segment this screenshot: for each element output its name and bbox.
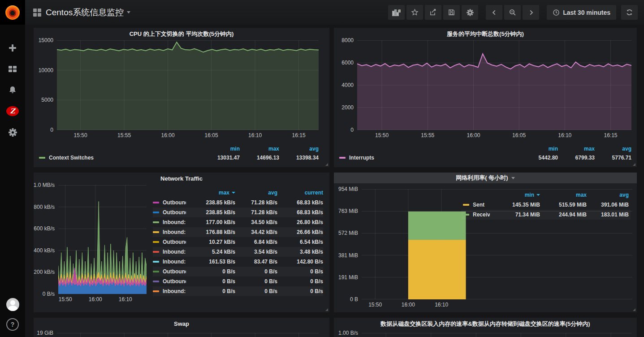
plot-area[interactable]: [58, 185, 147, 294]
refresh-button[interactable]: [621, 5, 638, 20]
series-value: 0 B/s: [186, 268, 235, 275]
series-name[interactable]: Inbound: eth3: [163, 249, 186, 255]
series-value: 177.00 kB/s: [186, 219, 235, 225]
x-tick-label: 16:15: [292, 132, 306, 138]
legend-sort-min[interactable]: min: [490, 192, 540, 198]
sidebar-alerting-button[interactable]: [0, 85, 25, 95]
y-tick-label: 1.00 B/s: [338, 330, 358, 336]
time-back-button[interactable]: [486, 5, 502, 20]
legend-row[interactable]: Inbound: eth35.24 kB/s3.54 kB/s3.48 kB/s: [153, 247, 323, 257]
sidebar-zabbix-button[interactable]: Z: [0, 106, 25, 117]
panel-title[interactable]: 数据从磁盘交换区装入内存的速率&数据从内存转储到磁盘交换区的速率(5分钟内): [334, 318, 637, 330]
gear-icon: [466, 9, 474, 17]
legend-row[interactable]: Inbound: eth0176.88 kB/s34.42 kB/s26.66 …: [153, 227, 323, 237]
legend-sort-max[interactable]: max: [540, 192, 587, 198]
legend-sort-min[interactable]: min: [521, 146, 558, 152]
star-button[interactable]: [406, 5, 423, 20]
series-name[interactable]: Inbound: eth1: [163, 259, 186, 265]
legend-sort-avg[interactable]: avg: [279, 146, 319, 152]
series-name[interactable]: Sent: [473, 202, 484, 208]
panel-title[interactable]: CPU 的上下文切换的 平均次数(5分钟内): [34, 28, 329, 40]
panel-title[interactable]: 网络利用率( 每小时): [334, 173, 637, 183]
legend-row[interactable]: Sent145.35 MiB515.59 MiB391.06 MiB: [461, 200, 631, 210]
plot-area[interactable]: minmaxavgSent145.35 MiB515.59 MiB391.06 …: [362, 189, 632, 299]
series-value: 238.85 kB/s: [186, 199, 235, 206]
grafana-logo[interactable]: [0, 0, 25, 25]
time-range-label: Last 30 minutes: [563, 9, 610, 16]
panel-title[interactable]: Network Traffic: [34, 173, 329, 185]
legend-sort-avg[interactable]: avg: [235, 190, 277, 196]
series-name[interactable]: Outbound: eth3: [163, 239, 186, 245]
plot-area[interactable]: [57, 40, 319, 130]
series-swatch-icon: [153, 261, 159, 263]
legend-row[interactable]: Received71.34 MiB244.94 MiB183.01 MiB: [461, 210, 631, 220]
legend-row[interactable]: Interrupts5442.806799.335776.71: [339, 153, 631, 162]
series-name[interactable]: Context Switches: [49, 155, 94, 161]
x-axis: 15:5015:5516:0016:0516:1016:15: [57, 130, 319, 141]
panel-settings-button[interactable]: [462, 5, 478, 20]
legend-row[interactable]: Inbound: eth1161.53 B/s83.47 B/s142.80 B…: [153, 257, 323, 267]
legend-row[interactable]: Outbound: eth10 B/s0 B/s0 B/s: [153, 277, 323, 286]
dashboard-picker-icon[interactable]: [33, 9, 41, 17]
series-name[interactable]: Inbound: eth0: [163, 229, 186, 235]
series-name[interactable]: Outbound: bond0: [163, 209, 186, 216]
panel-title[interactable]: Swap: [34, 318, 329, 330]
sidebar-add-button[interactable]: [0, 43, 25, 53]
add-panel-button[interactable]: [388, 5, 405, 20]
legend-sort-avg[interactable]: avg: [587, 192, 629, 198]
chevron-down-icon[interactable]: [127, 11, 130, 13]
series-value: 26.80 kB/s: [277, 219, 323, 225]
legend-sort-max[interactable]: max: [186, 190, 235, 196]
series-value: 26.66 kB/s: [277, 229, 323, 235]
y-tick-label: 381 MiB: [338, 252, 358, 259]
series-name[interactable]: Inbound: bond0: [163, 219, 186, 225]
x-tick-label: 15:50: [59, 296, 72, 302]
dashboard-title[interactable]: Centos系统信息监控: [46, 7, 124, 18]
series-name[interactable]: Outbound: eth1: [163, 278, 186, 285]
series-name[interactable]: Inbound: eth2: [163, 288, 186, 294]
y-tick-label: 6000: [341, 60, 354, 66]
user-avatar[interactable]: [6, 298, 19, 311]
series-value: 142.80 B/s: [277, 259, 323, 265]
zabbix-icon: Z: [6, 106, 19, 116]
legend-row[interactable]: Inbound: bond0177.00 kB/s34.50 kB/s26.80…: [153, 217, 323, 227]
x-tick-label: 16:10: [558, 132, 571, 138]
series-value: 71.28 kB/s: [235, 209, 277, 216]
sidebar-settings-button[interactable]: [0, 127, 25, 138]
zoom-out-button[interactable]: [504, 5, 521, 20]
series-swatch-icon: [153, 202, 159, 203]
y-tick-label: 0 B: [350, 296, 358, 302]
save-button[interactable]: [443, 5, 460, 20]
time-picker-button[interactable]: Last 30 minutes: [547, 5, 616, 20]
legend-sort-avg[interactable]: avg: [595, 146, 631, 152]
help-icon[interactable]: ?: [6, 318, 19, 331]
series-name[interactable]: Interrupts: [349, 155, 374, 161]
plot-area[interactable]: [362, 333, 631, 337]
series-value: 0 B/s: [235, 278, 277, 285]
series-value: 176.88 kB/s: [186, 229, 235, 235]
panel-swap-rate: 数据从磁盘交换区装入内存的速率&数据从内存转储到磁盘交换区的速率(5分钟内) 1…: [334, 318, 637, 337]
legend-row[interactable]: Outbound: eth310.27 kB/s6.84 kB/s6.54 kB…: [153, 237, 323, 247]
time-forward-button[interactable]: [523, 5, 539, 20]
legend-row[interactable]: Outbound: eth20 B/s0 B/s0 B/s: [153, 267, 323, 277]
share-button[interactable]: [425, 5, 441, 20]
y-axis: 150001000050000: [34, 40, 57, 130]
legend-sort-min[interactable]: min: [200, 146, 240, 152]
series-name[interactable]: Received: [473, 212, 490, 218]
series-name[interactable]: Outbound: eth0: [163, 199, 186, 206]
sidebar-dashboards-button[interactable]: [0, 64, 25, 74]
legend-row[interactable]: Outbound: bond0238.85 kB/s71.28 kB/s68.8…: [153, 207, 323, 217]
plot-area[interactable]: [357, 40, 631, 130]
legend-sort-current[interactable]: current: [277, 190, 323, 196]
series-value: 68.83 kB/s: [277, 209, 323, 216]
legend-sort-max[interactable]: max: [558, 146, 595, 152]
panel-title[interactable]: 服务的平均中断总数(5分钟内): [334, 28, 637, 40]
series-name[interactable]: Outbound: eth2: [163, 268, 186, 275]
legend-row[interactable]: Inbound: eth20 B/s0 B/s0 B/s: [153, 286, 323, 296]
series-value: 13031.47: [200, 155, 240, 161]
legend-row[interactable]: Context Switches13031.4714696.1313398.34: [39, 153, 319, 162]
plot-area[interactable]: [57, 333, 319, 337]
legend-row[interactable]: Outbound: eth0238.85 kB/s71.28 kB/s68.83…: [153, 198, 323, 207]
legend-sort-max[interactable]: max: [240, 146, 279, 152]
legend: minmaxavgContext Switches13031.4714696.1…: [39, 144, 319, 162]
